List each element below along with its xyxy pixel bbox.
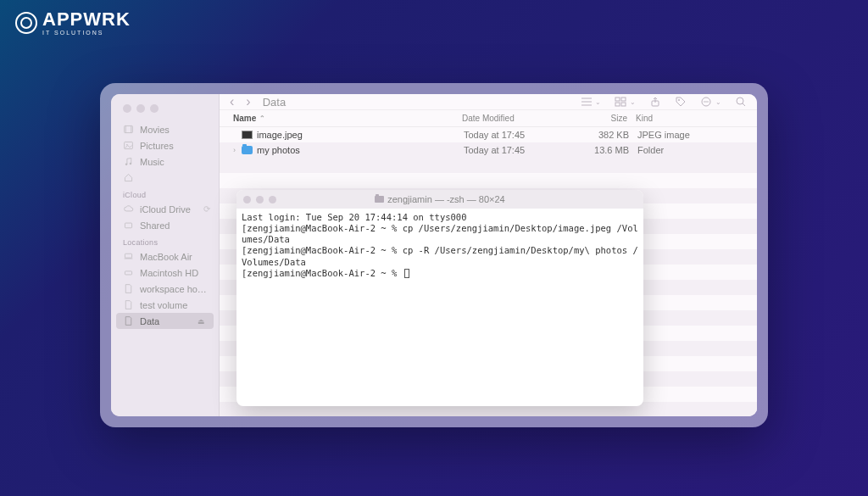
svg-point-23 [707,101,709,103]
sidebar-item-label: workspace ho… [140,284,207,294]
close-button[interactable] [243,196,251,203]
sidebar-item-pictures[interactable]: Pictures [111,137,219,153]
file-size: 382 KB [578,130,637,140]
sidebar-item-home[interactable] [111,170,219,186]
sync-icon: ⟳ [203,204,210,214]
sidebar-section-icloud: iCloud [111,186,219,201]
cloud-icon [123,203,134,215]
file-thumbnail-icon [242,131,253,139]
home-icon [123,172,134,183]
terminal-line: [zengjiamin@MacBook-Air-2 ~ % cp -R /Use… [242,245,638,266]
screenshot-frame: Movies Pictures Music iCloud iCloud Driv… [100,83,768,427]
svg-point-24 [737,98,743,104]
zoom-button[interactable] [150,104,159,113]
folder-icon [375,196,384,203]
eject-icon[interactable]: ⏏ [198,317,205,326]
svg-rect-7 [125,223,131,228]
terminal-line: [zengjiamin@MacBook-Air-2 ~ % [242,268,403,278]
finder-window: Movies Pictures Music iCloud iCloud Driv… [111,94,757,416]
file-row[interactable]: image.jpeg Today at 17:45 382 KB JPEG im… [220,127,757,142]
minimize-button[interactable] [136,104,145,113]
column-date[interactable]: Date Modified [462,114,576,123]
brand-logo-icon [15,12,37,34]
terminal-titlebar[interactable]: zengjiamin — -zsh — 80×24 [236,190,643,209]
svg-line-25 [743,103,745,106]
finder-sidebar: Movies Pictures Music iCloud iCloud Driv… [111,94,220,416]
terminal-title: zengjiamin — -zsh — 80×24 [236,194,643,204]
svg-rect-16 [615,103,620,106]
back-button[interactable]: ‹ [230,94,234,109]
music-icon [123,156,134,167]
column-kind[interactable]: Kind [636,114,743,123]
cursor-icon [404,269,409,278]
share-button[interactable] [649,96,661,108]
view-list-button[interactable]: ⌄ [580,97,601,107]
zoom-button[interactable] [269,196,276,203]
svg-point-21 [704,101,705,103]
search-button[interactable] [735,96,747,108]
doc-icon [123,315,134,326]
minimize-button[interactable] [256,196,264,203]
sidebar-section-locations: Locations [111,233,219,248]
svg-point-19 [678,99,680,101]
doc-icon [123,299,134,310]
sidebar-item-icloud-drive[interactable]: iCloud Drive ⟳ [111,201,219,217]
sidebar-item-label: Pictures [140,141,174,151]
file-size: 13.6 MB [578,145,637,155]
group-button[interactable]: ⌄ [615,97,636,107]
sidebar-item-label: MacBook Air [140,252,192,262]
more-button[interactable]: ⌄ [700,96,721,108]
sidebar-item-label: test volume [140,300,187,310]
laptop-icon [123,251,134,262]
sidebar-item-label: Music [140,157,164,167]
file-kind: JPEG image [637,130,743,140]
close-button[interactable] [123,104,131,113]
svg-point-6 [130,163,131,164]
terminal-body[interactable]: Last login: Tue Sep 20 17:44:14 on ttys0… [236,209,643,406]
file-kind: Folder [637,145,743,155]
brand-logo: APPWRK IT SOLUTIONS [15,10,131,36]
shared-icon [123,220,134,231]
file-name: image.jpeg [257,130,464,140]
sidebar-item-shared[interactable]: Shared [111,217,219,233]
sidebar-item-data[interactable]: Data ⏏ [116,313,214,329]
finder-toolbar: ‹ › Data ⌄ ⌄ [220,94,757,110]
sidebar-item-label: Macintosh HD [140,268,198,278]
film-icon [123,124,134,135]
file-date: Today at 17:45 [464,145,578,155]
sidebar-item-test-volume[interactable]: test volume [111,297,219,313]
file-date: Today at 17:45 [464,130,578,140]
svg-rect-17 [621,103,626,106]
sidebar-item-movies[interactable]: Movies [111,121,219,137]
disk-icon [123,267,134,278]
disclosure-icon[interactable]: › [233,146,242,154]
tag-button[interactable] [675,96,687,108]
column-headers: Name ⌃ Date Modified Size Kind [220,110,757,127]
sidebar-item-workspace[interactable]: workspace ho… [111,281,219,297]
brand-tagline: IT SOLUTIONS [42,30,131,36]
column-size[interactable]: Size [576,114,636,123]
window-controls [243,196,276,203]
svg-rect-10 [125,271,131,275]
svg-rect-8 [125,254,131,258]
sort-indicator-icon: ⌃ [259,114,265,122]
svg-rect-15 [621,98,626,101]
picture-icon [123,140,134,151]
sidebar-item-macintosh-hd[interactable]: Macintosh HD [111,265,219,281]
sidebar-item-music[interactable]: Music [111,153,219,170]
window-controls [111,94,219,121]
file-row[interactable]: › my photos Today at 17:45 13.6 MB Folde… [220,142,757,158]
sidebar-item-label: iCloud Drive [140,204,191,215]
svg-point-22 [705,101,707,103]
forward-button[interactable]: › [246,94,250,109]
svg-rect-14 [615,98,620,101]
brand-name: APPWRK [42,10,131,29]
sidebar-item-macbook-air[interactable]: MacBook Air [111,248,219,265]
terminal-window: zengjiamin — -zsh — 80×24 Last login: Tu… [236,190,643,406]
svg-point-5 [125,164,127,165]
file-name: my photos [257,145,464,155]
file-list: image.jpeg Today at 17:45 382 KB JPEG im… [220,127,757,158]
column-name[interactable]: Name ⌃ [233,114,462,123]
terminal-line: Last login: Tue Sep 20 17:44:14 on ttys0… [242,212,467,222]
sidebar-item-label: Movies [140,125,170,135]
